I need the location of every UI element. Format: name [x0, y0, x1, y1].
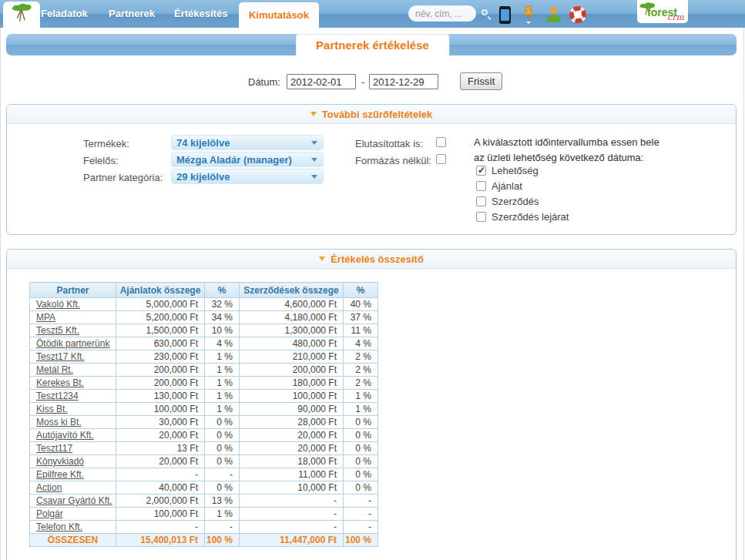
total-contract-pct: 100 %	[344, 534, 378, 547]
partner-link[interactable]: Vakoló Kft.	[36, 299, 80, 310]
page-right-edge	[743, 28, 744, 560]
contract-pct-cell: -	[344, 508, 378, 521]
partner-link[interactable]: Polgár	[36, 508, 63, 519]
contract-sum-cell: 200,000 Ft	[240, 364, 344, 377]
owner-dropdown-value: Mézga Aladár (manager)	[172, 154, 311, 166]
nav-tab-partnerek[interactable]: Partnerek	[109, 8, 155, 19]
filters-panel-header[interactable]: További szűrőfeltételek	[7, 105, 736, 124]
offer-pct-cell: 13 %	[205, 495, 240, 508]
table-row: Polgár 100,000 Ft 1 % - -	[30, 508, 378, 521]
owner-dropdown[interactable]: Mézga Aladár (manager)	[171, 152, 324, 167]
nav-tab-feladatok[interactable]: Feladatok	[41, 8, 88, 19]
summary-panel-header[interactable]: Értékelés összesítő	[7, 250, 736, 269]
evaluation-table: Partner Ajánlatok összege % Szerződések …	[29, 282, 378, 547]
no-formatting-checkbox[interactable]	[436, 154, 446, 164]
offer-pct-cell: 32 %	[205, 298, 240, 311]
offer-pct-cell: 1 %	[205, 390, 240, 403]
table-row: Metál Rt. 200,000 Ft 1 % 200,000 Ft 2 %	[30, 364, 378, 377]
offer-pct-cell: 1 %	[205, 364, 240, 377]
offer-pct-cell: 0 %	[205, 455, 240, 468]
date-from-input[interactable]	[287, 74, 356, 89]
contract-sum-cell: 4,180,000 Ft	[240, 311, 344, 324]
chevron-down-icon	[311, 141, 317, 145]
rejected-too-checkbox[interactable]	[436, 137, 446, 147]
offer-sum-cell: 230,000 Ft	[116, 350, 205, 364]
offer-pct-cell: -	[205, 521, 240, 534]
partner-link[interactable]: Könyvkiadó	[36, 456, 84, 467]
partner-link[interactable]: Action	[36, 482, 62, 493]
pushpin-icon[interactable]	[519, 5, 538, 25]
contract-pct-cell: 0 %	[344, 481, 378, 495]
partner-link[interactable]: Moss ki Bt.	[36, 417, 82, 428]
home-tab[interactable]	[3, 2, 40, 28]
products-dropdown[interactable]: 74 kijelölve	[171, 135, 324, 150]
offer-sum-cell: 1,500,000 Ft	[116, 324, 205, 337]
partner-cell: Teszt5 Kft.	[30, 324, 116, 337]
lehetoseg-checkbox[interactable]	[476, 166, 486, 176]
refresh-button[interactable]: Frissít	[460, 72, 502, 90]
partner-link[interactable]: Teszt5 Kft.	[36, 325, 79, 336]
offer-pct-cell: 0 %	[205, 481, 240, 495]
partner-link[interactable]: Kiss Bt.	[36, 404, 68, 414]
offer-sum-cell: 130,000 Ft	[116, 390, 205, 403]
no-formatting-label: Formázás nélkül:	[355, 155, 431, 166]
top-nav-bar: Feladatok Partnerek Értékesítés Kimutatá…	[0, 0, 745, 28]
partner-link[interactable]: Epilfree Kft.	[36, 469, 84, 480]
partner-cell: Action	[30, 481, 116, 495]
nav-tab-kimutatasok[interactable]: Kimutatások	[239, 2, 319, 28]
partner-link[interactable]: Teszt117	[36, 443, 72, 454]
contract-sum-cell: -	[240, 495, 344, 508]
search-icon[interactable]	[482, 9, 488, 15]
partner-category-dropdown[interactable]: 29 kijelölve	[171, 169, 324, 184]
offer-pct-cell: 4 %	[205, 337, 240, 350]
page-left-edge	[0, 28, 1, 560]
lifesaver-help-icon[interactable]	[569, 5, 587, 25]
search-input[interactable]	[408, 5, 476, 22]
offer-sum-cell: 630,000 Ft	[116, 337, 205, 350]
table-row: Teszt5 Kft. 1,500,000 Ft 10 % 1,300,000 …	[30, 324, 378, 337]
partner-link[interactable]: Teszt1234	[36, 391, 79, 401]
contract-sum-cell: 100,000 Ft	[240, 390, 344, 403]
offer-sum-cell: 20,000 Ft	[116, 429, 205, 442]
partner-link[interactable]: Csavar Gyártó Kft.	[36, 495, 112, 506]
interval-option: Szerződés	[476, 196, 569, 206]
szerzodes-lejarat-checkbox[interactable]	[476, 212, 486, 222]
partner-cell: Kerekes Bt.	[30, 377, 116, 390]
offer-pct-cell: 1 %	[205, 350, 240, 364]
user-icon[interactable]	[544, 5, 562, 25]
partner-link[interactable]: Metál Rt.	[36, 364, 73, 375]
col-header-partner: Partner	[30, 283, 116, 298]
nav-tab-ertekesites[interactable]: Értékesítés	[174, 8, 227, 19]
partner-link[interactable]: Autójavító Kft.	[36, 430, 94, 441]
total-contract-sum: 11,447,000 Ft	[240, 534, 344, 547]
total-row: ÖSSZESEN 15,400,013 Ft 100 % 11,447,000 …	[30, 534, 378, 547]
contract-sum-cell: -	[240, 508, 344, 521]
table-row: Kiss Bt. 100,000 Ft 1 % 90,000 Ft 1 %	[30, 403, 378, 416]
table-header-row: Partner Ajánlatok összege % Szerződések …	[30, 283, 378, 298]
partner-cell: Metál Rt.	[30, 364, 116, 377]
partner-link[interactable]: Telefon Kft.	[36, 521, 82, 532]
owner-label: Felelős:	[83, 155, 119, 166]
contract-pct-cell: -	[344, 495, 378, 508]
phone-icon[interactable]	[495, 5, 514, 25]
col-header-offer-sum: Ajánlatok összege	[116, 283, 205, 298]
contract-pct-cell: 2 %	[344, 377, 378, 390]
partner-link[interactable]: Teszt17 Kft.	[36, 351, 85, 362]
szerzodes-checkbox[interactable]	[476, 196, 486, 206]
table-row: Teszt117 13 Ft 0 % 20,000 Ft 0 %	[30, 442, 378, 455]
offer-sum-cell: 5,200,000 Ft	[116, 311, 205, 324]
partner-link[interactable]: Kerekes Bt.	[36, 377, 84, 388]
partner-cell: MPA	[30, 311, 116, 324]
szerzodes-label: Szerződés	[492, 196, 539, 207]
partner-link[interactable]: Ötödik partnerünk	[36, 338, 109, 349]
partner-link[interactable]: MPA	[36, 312, 55, 323]
contract-pct-cell: 0 %	[344, 429, 378, 442]
contract-sum-cell: 28,000 Ft	[240, 416, 344, 429]
ajanlat-checkbox[interactable]	[476, 181, 486, 191]
date-to-input[interactable]	[369, 74, 438, 89]
contract-sum-cell: 480,000 Ft	[240, 337, 344, 350]
contract-sum-cell: -	[240, 521, 344, 534]
partner-cell: Könyvkiadó	[30, 455, 116, 468]
contract-pct-cell: 40 %	[344, 298, 378, 311]
offer-sum-cell: 13 Ft	[116, 442, 205, 455]
